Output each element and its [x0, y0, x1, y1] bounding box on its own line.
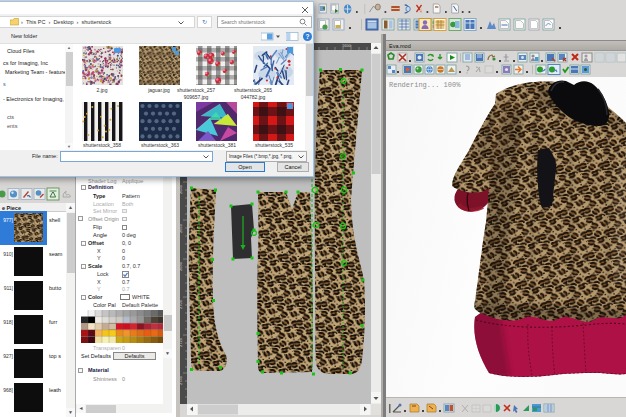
svg-text:1600: 1600 [342, 43, 352, 48]
svg-text:Rendering... 100%: Rendering... 100% [389, 81, 461, 89]
